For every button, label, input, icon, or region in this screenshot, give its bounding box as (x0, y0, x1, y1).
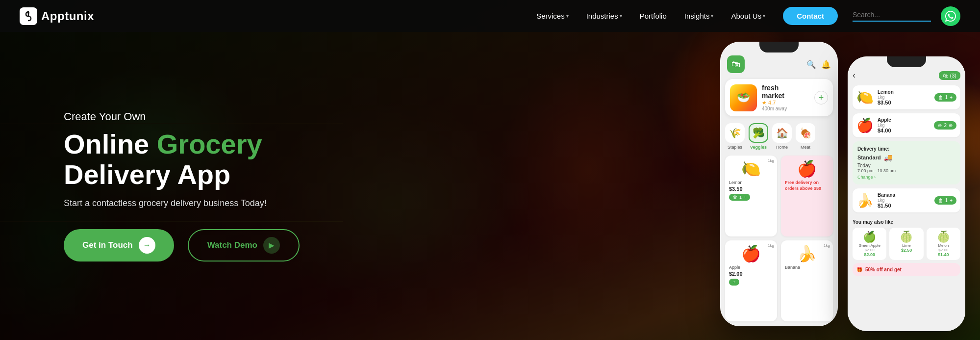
bell-icon[interactable]: 🔔 (821, 60, 831, 69)
whatsapp-button[interactable] (941, 6, 960, 26)
may-also-section: You may also like 🍏 Green Apple $2.00 $2… (853, 219, 960, 260)
phone-bag-icon: 🛍 (727, 55, 745, 73)
navbar: Apptunix Services ▾ Industries ▾ Portfol… (0, 0, 980, 32)
about-arrow-icon: ▾ (763, 13, 765, 19)
cart-item-banana: 🍌 Banana 1kg $1.50 🗑1+ (853, 188, 960, 212)
nav-services[interactable]: Services ▾ (536, 12, 569, 20)
cart-item-apple: 🍎 Apple 1kg $4.00 ⊖2⊕ (853, 113, 960, 137)
apple-img: 🍎 (856, 117, 874, 133)
delivery-truck-icon: 🚚 (884, 154, 892, 161)
may-also-grid: 🍏 Green Apple $2.00 $2.00 🍈 Lime $2.50 🍈… (853, 228, 960, 260)
lemon-emoji: 🍋 (741, 159, 761, 178)
nav-links: Services ▾ Industries ▾ Portfolio Insigh… (536, 12, 765, 20)
promo-emoji: 🍎 (797, 159, 817, 178)
logo-link[interactable]: Apptunix (20, 7, 94, 25)
phone-action-icons: 🔍 🔔 (806, 60, 831, 69)
phone-1-header: 🛍 🔍 🔔 (725, 55, 833, 73)
product-apple: 1kg 🍎 Apple $2.00 + (725, 240, 777, 321)
nav-insights[interactable]: Insights ▾ (684, 12, 714, 20)
store-info: freshmarket ★ 4.7 400m away (762, 84, 809, 111)
phone-notch-2 (887, 56, 926, 67)
phone-2-screen: ‹ 🛍 (3) 🍋 Lemon 1kg $3.50 🗑1+ (848, 56, 965, 331)
apple-info: Apple 1kg $4.00 (878, 117, 930, 133)
lemon-img: 🍋 (856, 89, 874, 105)
industries-arrow-icon: ▾ (620, 13, 622, 19)
phone-1-screen: 🛍 🔍 🔔 🥗 freshmarket ★ 4.7 400m away + (720, 42, 838, 326)
delivery-title: Delivery time: (857, 146, 955, 152)
arrow-circle-icon: → (139, 237, 155, 254)
banana-qty[interactable]: 🗑1+ (934, 196, 956, 205)
svg-point-0 (27, 12, 29, 14)
cat-staples[interactable]: 🌾 Staples (725, 123, 745, 150)
nav-about[interactable]: About Us ▾ (731, 12, 765, 20)
product-grid: 1kg 🍋 Lemon $3.50 🗑1+ 🍎 Free delivery on… (725, 156, 833, 321)
store-rating: ★ 4.7 (762, 100, 809, 106)
store-name: freshmarket (762, 84, 809, 100)
delivery-day: Today (857, 163, 955, 168)
product-banana: 1kg 🍌 Banana (781, 240, 833, 321)
phone-1: 🛍 🔍 🔔 🥗 freshmarket ★ 4.7 400m away + (720, 42, 838, 326)
delivery-card: Delivery time: Standard 🚚 Today 7.00 pm … (853, 141, 960, 184)
store-add-button[interactable]: + (814, 91, 828, 105)
phone-2: ‹ 🛍 (3) 🍋 Lemon 1kg $3.50 🗑1+ (848, 56, 965, 331)
hero-description: Start a contactless grocery delivery bus… (64, 198, 387, 209)
product-lemon: 1kg 🍋 Lemon $3.50 🗑1+ (725, 156, 777, 236)
nav-portfolio[interactable]: Portfolio (640, 12, 667, 20)
may-item-melon[interactable]: 🍈 Melon $2.00 $1.40 (927, 228, 960, 260)
apple-qty[interactable]: ⊖2⊕ (934, 121, 956, 130)
banana-img: 🍌 (856, 192, 874, 209)
may-item-lime[interactable]: 🍈 Lime $2.50 (889, 228, 923, 260)
hero-buttons: Get in Touch → Watch Demo ▶ (64, 229, 387, 262)
category-tabs: 🌾 Staples 🥦 Veggies 🏠 Home 🍖 Meat (725, 123, 833, 150)
phone-notch-1 (759, 42, 799, 52)
delivery-window: 7.00 pm - 10.30 pm (857, 168, 955, 173)
home-icon: 🏠 (772, 123, 792, 143)
apple-add-button[interactable]: + (729, 279, 739, 286)
hero-subtitle: Create Your Own (64, 110, 387, 123)
gift-icon: 🎁 (856, 267, 862, 272)
contact-button[interactable]: Contact (783, 7, 838, 25)
services-arrow-icon: ▾ (566, 13, 569, 19)
banana-emoji: 🍌 (797, 244, 817, 263)
meat-icon: 🍖 (796, 123, 815, 143)
brand-name: Apptunix (41, 9, 94, 23)
cat-home[interactable]: 🏠 Home (772, 123, 792, 150)
veggies-icon: 🥦 (749, 123, 768, 143)
get-in-touch-button[interactable]: Get in Touch → (64, 229, 174, 262)
cat-meat[interactable]: 🍖 Meat (796, 123, 815, 150)
hero-title: Online Grocery Delivery App (64, 129, 387, 189)
cart-icon: 🛍 (943, 73, 948, 78)
phones-container: 🛍 🔍 🔔 🥗 freshmarket ★ 4.7 400m away + (720, 27, 965, 340)
lemon-info: Lemon 1kg $3.50 (878, 89, 930, 105)
promo-banner: 🎁 50% off and get (853, 263, 960, 276)
phone-2-header: ‹ 🛍 (3) (853, 70, 960, 80)
lemon-add-button[interactable]: 🗑1+ (729, 194, 750, 201)
cat-veggies[interactable]: 🥦 Veggies (749, 123, 768, 150)
search-icon[interactable]: 🔍 (806, 60, 816, 69)
store-distance: 400m away (762, 106, 809, 111)
staples-icon: 🌾 (725, 123, 745, 143)
search-input[interactable] (853, 11, 931, 22)
play-icon: ▶ (263, 237, 280, 254)
back-arrow-icon[interactable]: ‹ (853, 70, 855, 80)
insights-arrow-icon: ▾ (711, 13, 713, 19)
cart-badge[interactable]: 🛍 (3) (939, 71, 960, 80)
banana-info: Banana 1kg $1.50 (878, 192, 930, 209)
may-item-green-apple[interactable]: 🍏 Green Apple $2.00 $2.00 (853, 228, 886, 260)
lemon-qty[interactable]: 🗑1+ (934, 93, 956, 102)
hero-content: Create Your Own Online Grocery Delivery … (64, 32, 387, 262)
store-image: 🥗 (730, 84, 757, 111)
store-card: 🥗 freshmarket ★ 4.7 400m away + (725, 79, 833, 116)
may-also-title: You may also like (853, 219, 960, 225)
nav-industries[interactable]: Industries ▾ (586, 12, 622, 20)
watch-demo-button[interactable]: Watch Demo ▶ (188, 229, 300, 262)
logo-icon (20, 7, 37, 25)
product-promo: 🍎 Free delivery on orders above $50 (781, 156, 833, 236)
apple-emoji: 🍎 (741, 244, 761, 263)
cart-item-lemon: 🍋 Lemon 1kg $3.50 🗑1+ (853, 85, 960, 109)
